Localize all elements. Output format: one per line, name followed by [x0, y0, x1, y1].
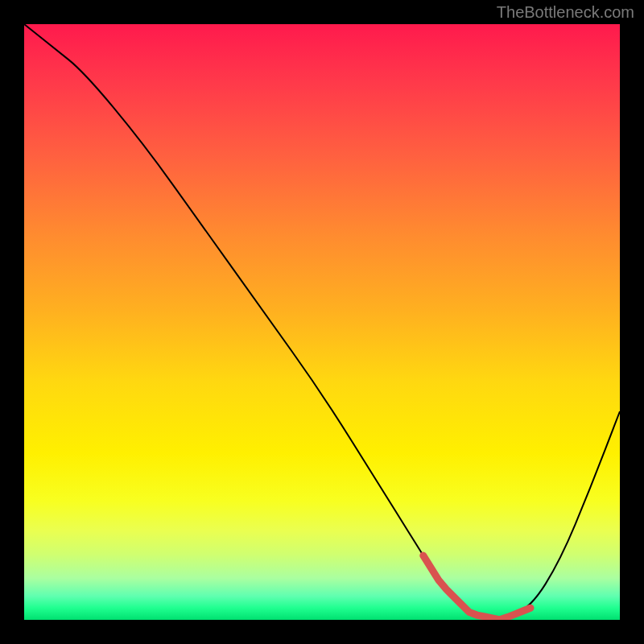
watermark-text: TheBottleneck.com	[497, 3, 634, 22]
optimal-zone-highlight	[423, 555, 530, 620]
chart-plot-area	[24, 24, 620, 620]
chart-svg	[24, 24, 620, 620]
bottleneck-curve-line	[24, 24, 620, 618]
